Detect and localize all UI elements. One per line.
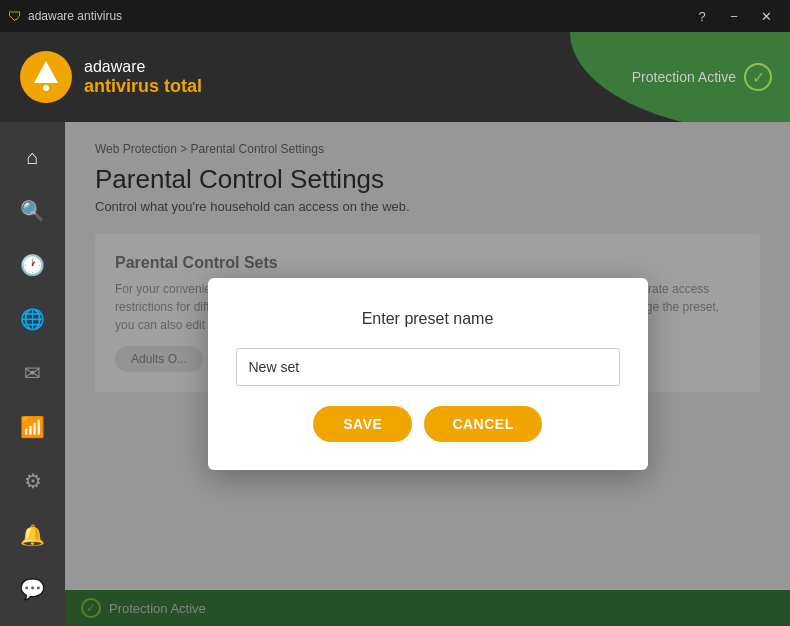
preset-name-dialog: Enter preset name SAVE CANCEL	[208, 278, 648, 470]
sidebar-item-history[interactable]: 🕐	[8, 240, 58, 290]
content-overlay-wrapper: Web Protection > Parental Control Settin…	[65, 122, 790, 626]
modal-overlay: Enter preset name SAVE CANCEL	[65, 122, 790, 626]
dialog-title: Enter preset name	[236, 310, 620, 328]
sidebar-item-support[interactable]: 💬	[8, 564, 58, 614]
logo-name: adaware	[84, 58, 202, 76]
protection-badge: Protection Active ✓	[570, 32, 790, 122]
app-container: adaware antivirus total Protection Activ…	[0, 32, 790, 626]
sidebar-item-network[interactable]: 📶	[8, 402, 58, 452]
protection-check-icon: ✓	[744, 63, 772, 91]
sidebar-item-home[interactable]: ⌂	[8, 132, 58, 182]
sidebar-item-scan[interactable]: 🔍	[8, 186, 58, 236]
sidebar-item-web[interactable]: 🌐	[8, 294, 58, 344]
window-controls: − ✕	[718, 0, 782, 32]
save-button[interactable]: SAVE	[313, 406, 412, 442]
sidebar-item-notifications[interactable]: 🔔	[8, 510, 58, 560]
sidebar-item-email[interactable]: ✉	[8, 348, 58, 398]
protection-status-label: Protection Active	[632, 69, 736, 85]
sidebar-item-settings[interactable]: ⚙	[8, 456, 58, 506]
title-bar: 🛡 adaware antivirus ? − ✕	[0, 0, 790, 32]
help-button[interactable]: ?	[686, 0, 718, 32]
svg-point-2	[43, 85, 49, 91]
cancel-button[interactable]: CANCEL	[424, 406, 541, 442]
sidebar: ⌂ 🔍 🕐 🌐 ✉ 📶 ⚙ 🔔 💬	[0, 122, 65, 626]
logo-area: adaware antivirus total	[20, 51, 202, 103]
logo-subtitle: antivirus total	[84, 76, 202, 97]
dialog-buttons: SAVE CANCEL	[236, 406, 620, 442]
logo-icon	[20, 51, 72, 103]
logo-text: adaware antivirus total	[84, 58, 202, 97]
close-button[interactable]: ✕	[750, 0, 782, 32]
app-icon: 🛡	[8, 8, 22, 24]
preset-name-input[interactable]	[236, 348, 620, 386]
minimize-button[interactable]: −	[718, 0, 750, 32]
app-title: adaware antivirus	[28, 9, 686, 23]
app-header: adaware antivirus total Protection Activ…	[0, 32, 790, 122]
main-layout: ⌂ 🔍 🕐 🌐 ✉ 📶 ⚙ 🔔 💬 Web Protection > Paren…	[0, 122, 790, 626]
